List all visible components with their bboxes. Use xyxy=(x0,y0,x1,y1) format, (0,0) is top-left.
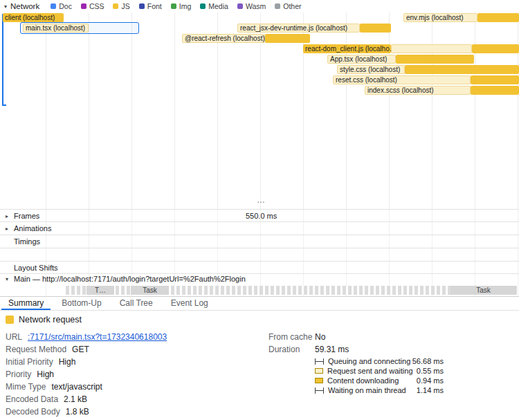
tab-bottom-up[interactable]: Bottom-Up xyxy=(55,297,108,310)
request-bar-index-scss[interactable]: index.scss (localhost) xyxy=(365,86,471,95)
main-track-header[interactable]: ▾ Main — http://localhost:7171/auth/logi… xyxy=(0,274,519,284)
tracks-area: ▸ Frames 550.0 ms ▸ Animations Timings L… xyxy=(0,209,519,296)
field-value-decoded-body: 1.8 kB xyxy=(66,407,89,417)
request-bar-react-dom-client-waiting[interactable] xyxy=(391,44,472,53)
field-label-decoded-body: Decoded Body xyxy=(6,407,60,417)
field-row-url: URL :7171/src/main.tsx?t=1732340618003 xyxy=(6,331,167,343)
legend-label-css: CSS xyxy=(89,2,104,10)
task-bar[interactable]: Task xyxy=(131,286,169,295)
field-row-duration: Duration 59.31 ms xyxy=(268,343,450,356)
field-label-from-cache: From cache xyxy=(268,332,315,342)
url-link[interactable]: :7171/src/main.tsx?t=1732340618003 xyxy=(28,332,167,342)
breakdown-row-main-thread: Waiting on main thread 1.14 ms xyxy=(315,385,444,395)
tab-summary[interactable]: Summary xyxy=(1,297,51,310)
task-label: T… xyxy=(95,286,106,294)
breakdown-row-queuing: Queuing and connecting 56.68 ms xyxy=(315,356,444,366)
request-bar-env-mjs-download[interactable] xyxy=(477,13,519,22)
legend-item-css: CSS xyxy=(81,2,104,10)
wasm-swatch-icon xyxy=(237,3,243,9)
field-row-initial-priority: Initial Priority High xyxy=(6,356,167,368)
timings-track[interactable]: Timings xyxy=(0,235,519,248)
field-row-from-cache: From cache No xyxy=(268,331,450,343)
request-bar-style-css-download[interactable] xyxy=(405,65,519,74)
field-value-request-method: GET xyxy=(72,345,89,354)
request-bar-reset-css[interactable]: reset.css (localhost) xyxy=(333,75,471,84)
task-bar[interactable]: T… xyxy=(86,286,114,295)
legend-item-media: Media xyxy=(200,2,228,10)
request-bar-env-mjs[interactable]: env.mjs (localhost) xyxy=(403,13,477,22)
legend-item-wasm: Wasm xyxy=(237,2,266,10)
animations-expand-icon[interactable]: ▸ xyxy=(6,222,8,235)
request-bar-style-css[interactable]: style.css (localhost) xyxy=(337,65,405,74)
timings-track-label: Timings xyxy=(14,235,40,248)
breakdown-value-downloading: 0.94 ms xyxy=(417,376,444,385)
request-bar-react-jsx-dev-runtime-download[interactable] xyxy=(360,24,391,33)
field-label-encoded-data: Encoded Data xyxy=(6,394,58,404)
field-row-decoded-body: Decoded Body 1.8 kB xyxy=(6,405,167,418)
frames-track-label: Frames xyxy=(14,210,39,223)
summary-title-text: Network request xyxy=(19,315,82,325)
breakdown-row-downloading: Content downloading 0.94 ms xyxy=(315,376,444,385)
legend-item-img: Img xyxy=(171,2,192,10)
main-collapse-icon[interactable]: ▾ xyxy=(6,274,8,284)
main-thread-activity[interactable]: T… Task Task xyxy=(0,284,519,296)
frames-expand-icon[interactable]: ▸ xyxy=(6,210,8,223)
summary-fields-right: From cache No Duration 59.31 ms Queuing … xyxy=(268,331,450,395)
field-label-request-method: Request Method xyxy=(6,345,66,354)
legend-label-wasm: Wasm xyxy=(246,2,266,10)
tab-bottom-up-label: Bottom-Up xyxy=(62,298,101,308)
breakdown-label-queuing: Queuing and connecting xyxy=(328,357,412,365)
network-collapse-icon[interactable]: ▾ xyxy=(4,3,7,10)
request-bar-reset-css-download[interactable] xyxy=(471,75,519,84)
task-bar[interactable]: Task xyxy=(450,286,516,295)
main-track-label: Main — http://localhost:7171/auth/login?… xyxy=(14,274,246,284)
request-bar-main-tsx[interactable]: main.tsx (localhost) xyxy=(23,24,89,33)
animations-track[interactable]: ▸ Animations xyxy=(0,222,519,235)
summary-fields-left: URL :7171/src/main.tsx?t=1732340618003 R… xyxy=(6,331,167,418)
request-bar-react-jsx-dev-runtime[interactable]: react_jsx-dev-runtime.js (localhost) xyxy=(237,24,360,33)
breakdown-label-downloading: Content downloading xyxy=(327,376,417,385)
request-label: App.tsx (localhost) xyxy=(328,55,387,63)
network-request-swatch-icon xyxy=(6,316,14,324)
js-swatch-icon xyxy=(113,3,118,9)
request-bar-index-scss-download[interactable] xyxy=(471,86,519,95)
network-track-title: Network xyxy=(10,2,39,10)
network-waterfall[interactable]: client (localhost) env.mjs (localhost) m… xyxy=(0,12,519,209)
breakdown-value-main-thread: 1.14 ms xyxy=(417,386,444,394)
field-value-duration: 59.31 ms xyxy=(315,345,349,354)
field-value-mime-type: text/javascript xyxy=(51,382,102,392)
breakdown-label-request-sent: Request sent and waiting xyxy=(327,367,417,375)
tab-summary-label: Summary xyxy=(8,298,44,308)
field-row-priority: Priority High xyxy=(6,368,167,381)
tab-call-tree-label: Call Tree xyxy=(120,298,153,308)
request-bar-react-refresh[interactable]: @react-refresh (localhost) xyxy=(182,34,265,43)
legend-label-font: Font xyxy=(147,2,162,10)
breakdown-row-request-sent: Request sent and waiting 0.55 ms xyxy=(315,366,444,376)
request-label: react-dom_client.js (localho… xyxy=(303,45,397,53)
legend-label-img: Img xyxy=(179,2,192,10)
field-value-encoded-data: 2.1 kB xyxy=(64,394,87,404)
field-label-duration: Duration xyxy=(268,345,315,354)
breakdown-label-main-thread: Waiting on main thread xyxy=(328,386,417,394)
request-bar-react-dom-client-download[interactable] xyxy=(472,44,519,53)
request-bar-client[interactable]: client (localhost) xyxy=(3,13,64,22)
img-swatch-icon xyxy=(171,3,176,9)
request-bar-react-refresh-download[interactable] xyxy=(265,34,310,43)
field-row-request-method: Request Method GET xyxy=(6,343,167,356)
request-bar-app-tsx[interactable]: App.tsx (localhost) xyxy=(327,55,396,64)
layout-shifts-track[interactable]: Layout Shifts xyxy=(0,261,519,274)
tab-event-log[interactable]: Event Log xyxy=(164,297,215,310)
tab-call-tree[interactable]: Call Tree xyxy=(113,297,160,310)
field-value-priority: High xyxy=(37,369,54,379)
field-value-from-cache: No xyxy=(315,332,325,342)
legend-item-other: Other xyxy=(275,2,301,10)
request-label: index.scss (localhost) xyxy=(365,86,434,94)
frames-track[interactable]: ▸ Frames 550.0 ms xyxy=(0,209,519,222)
layout-shifts-track-label: Layout Shifts xyxy=(14,262,58,275)
task-label: Task xyxy=(143,286,157,294)
field-row-mime-type: Mime Type text/javascript xyxy=(6,381,167,393)
overflow-ellipsis: … xyxy=(257,195,266,205)
request-bar-react-dom-client[interactable]: react-dom_client.js (localho… xyxy=(303,44,391,53)
request-bar-app-tsx-download[interactable] xyxy=(396,55,474,64)
queuing-whisker-icon xyxy=(315,358,324,365)
